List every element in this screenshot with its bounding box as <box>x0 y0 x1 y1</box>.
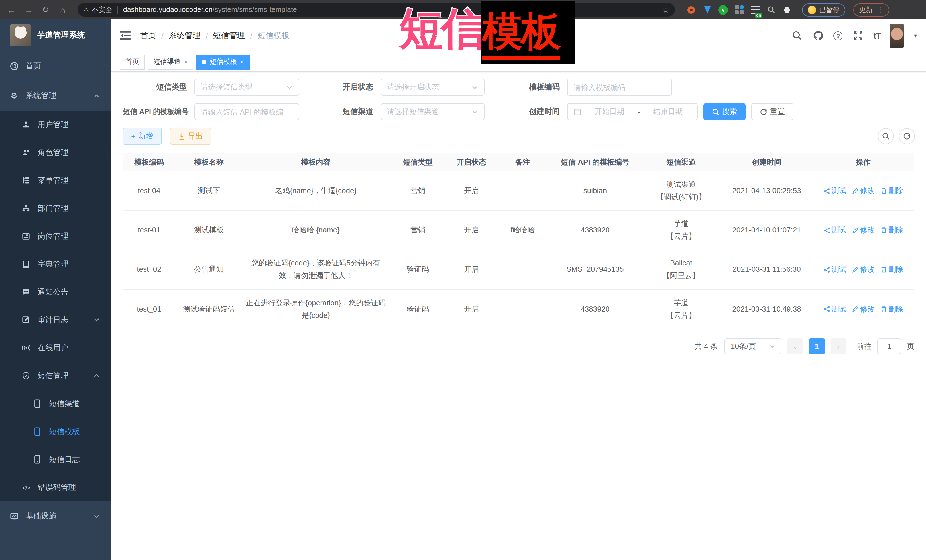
tab-close-icon[interactable]: × <box>241 59 244 65</box>
cell-actions: 测试 修改 删除 <box>812 290 914 329</box>
extension-list-icon[interactable]: on <box>750 5 760 15</box>
sidebar-item-sms[interactable]: 短信管理 <box>0 362 111 389</box>
header-search-icon[interactable] <box>791 30 803 41</box>
cell-api-id: suibian <box>549 171 641 210</box>
test-link[interactable]: 测试 <box>823 303 846 315</box>
total-count: 共 4 条 <box>694 341 718 352</box>
sidebar-item-notices[interactable]: 通知公告 <box>0 278 111 306</box>
extension-search-icon[interactable] <box>766 5 776 15</box>
tab-sms-template[interactable]: 短信模板 × <box>196 54 250 69</box>
date-range-picker[interactable]: 开始日期 - 结束日期 <box>567 103 698 120</box>
profile-paused-chip[interactable]: 已暂停 <box>802 3 845 16</box>
sidebar-item-posts[interactable]: 岗位管理 <box>0 222 111 250</box>
sidebar-item-departments[interactable]: 部门管理 <box>0 194 111 222</box>
tab-close-icon[interactable]: × <box>184 59 188 65</box>
col-header-actions: 操作 <box>812 153 914 171</box>
template-code-input[interactable] <box>567 78 672 96</box>
edit-link[interactable]: 修改 <box>852 264 875 276</box>
end-date-placeholder[interactable]: 结束日期 <box>645 107 691 117</box>
delete-link[interactable]: 删除 <box>881 303 903 315</box>
sidebar-item-home[interactable]: 首页 <box>0 51 111 81</box>
breadcrumb-sms[interactable]: 短信管理 <box>213 30 245 41</box>
sidebar-collapse-icon[interactable] <box>120 30 131 41</box>
goto-page-input[interactable] <box>877 338 901 354</box>
edit-link[interactable]: 修改 <box>852 224 875 236</box>
font-size-icon[interactable]: tT <box>873 31 881 41</box>
sidebar-item-error-codes[interactable]: </> 错误码管理 <box>0 473 111 501</box>
avatar-caret-icon[interactable]: ▾ <box>914 32 917 39</box>
browser-menu-kebab-icon[interactable]: ⋮ <box>877 6 884 14</box>
browser-reload-icon[interactable]: ↻ <box>39 3 53 17</box>
sidebar-item-roles[interactable]: 角色管理 <box>0 139 111 166</box>
page-size-select[interactable]: 10条/页 <box>725 338 781 354</box>
edit-link[interactable]: 修改 <box>852 303 875 315</box>
table-header-row: 模板编码 模板名称 模板内容 短信类型 开启状态 备注 短信 API 的模板编号… <box>123 153 914 171</box>
api-template-id-input[interactable] <box>194 103 299 120</box>
breadcrumb-home[interactable]: 首页 <box>140 30 156 41</box>
extension-ring-icon[interactable] <box>686 5 696 15</box>
tab-label: 短信模板 <box>210 57 237 66</box>
next-page-button[interactable]: › <box>831 338 846 354</box>
browser-forward-icon[interactable]: → <box>22 3 35 17</box>
page-1-button[interactable]: 1 <box>809 338 825 354</box>
export-button[interactable]: 导出 <box>169 128 211 145</box>
help-icon[interactable]: ? <box>834 31 843 40</box>
create-time-label: 创建时间 <box>484 107 567 117</box>
tab-sms-channel[interactable]: 短信渠道 × <box>148 54 193 69</box>
sidebar-item-label: 在线用户 <box>38 343 68 353</box>
github-icon[interactable] <box>813 30 824 41</box>
sidebar-item-menus[interactable]: 菜单管理 <box>0 166 111 194</box>
app-logo-row[interactable]: 芋道管理系统 <box>0 20 111 51</box>
extension-pin-icon[interactable] <box>702 5 712 15</box>
browser-back-icon[interactable]: ← <box>5 3 18 17</box>
show-search-toggle-button[interactable] <box>878 128 894 144</box>
test-link[interactable]: 测试 <box>823 224 846 236</box>
sidebar-item-label: 角色管理 <box>38 147 68 157</box>
breadcrumb-system[interactable]: 系统管理 <box>169 30 201 41</box>
extension-y-icon[interactable]: y <box>718 5 728 15</box>
test-link[interactable]: 测试 <box>823 184 846 197</box>
cell-status: 开启 <box>446 250 496 290</box>
system-submenu: 用户管理 角色管理 菜单管理 部门管理 岗位管理 <box>0 110 111 501</box>
bookmark-star-icon[interactable]: ☆ <box>663 5 669 14</box>
tab-home[interactable]: 首页 <box>120 54 145 69</box>
browser-home-icon[interactable]: ⌂ <box>56 3 70 17</box>
insecure-warning-icon: ⚠ <box>83 6 89 14</box>
sidebar-item-online-users[interactable]: 在线用户 <box>0 334 111 362</box>
api-template-id-field[interactable] <box>201 107 293 116</box>
start-date-placeholder[interactable]: 开始日期 <box>586 107 633 117</box>
prev-page-button[interactable]: ‹ <box>787 338 803 354</box>
security-label[interactable]: 不安全 <box>92 5 112 15</box>
sidebar-item-system[interactable]: ⚙ 系统管理 <box>0 81 111 110</box>
extension-grid-icon[interactable] <box>734 5 744 15</box>
edit-link[interactable]: 修改 <box>852 184 875 197</box>
template-code-field[interactable] <box>573 83 666 91</box>
channel-select[interactable]: 请选择短信渠道 <box>381 103 484 120</box>
shield-check-icon <box>21 371 31 380</box>
delete-link[interactable]: 删除 <box>881 264 903 276</box>
sidebar-item-sms-channel[interactable]: 短信渠道 <box>0 389 111 418</box>
refresh-button[interactable] <box>899 128 915 144</box>
chevron-up-icon <box>94 92 100 99</box>
reset-button[interactable]: 重置 <box>751 103 793 120</box>
sidebar-item-audit-log[interactable]: 审计日志 <box>0 306 111 334</box>
sidebar-item-users[interactable]: 用户管理 <box>0 110 111 139</box>
user-avatar[interactable] <box>890 24 904 48</box>
fullscreen-icon[interactable] <box>852 30 864 41</box>
add-button[interactable]: + 新增 <box>123 128 162 145</box>
sidebar-item-dictionary[interactable]: 字典管理 <box>0 250 111 278</box>
test-link[interactable]: 测试 <box>823 264 846 276</box>
extensions-puzzle-icon[interactable]: ⬣ <box>782 5 792 15</box>
address-bar[interactable]: ⚠ 不安全 dashboard.yudao.iocoder.cn /system… <box>77 3 675 17</box>
delete-link[interactable]: 删除 <box>881 224 903 236</box>
search-button[interactable]: 搜索 <box>704 103 746 120</box>
delete-link[interactable]: 删除 <box>881 184 903 197</box>
sidebar-item-infrastructure[interactable]: 基础设施 <box>0 501 111 531</box>
sidebar-item-sms-template[interactable]: 短信模板 <box>0 418 111 445</box>
chevron-down-icon <box>94 513 100 519</box>
status-select[interactable]: 请选择开启状态 <box>381 78 484 96</box>
tab-label: 首页 <box>126 57 139 66</box>
sidebar-item-sms-log[interactable]: 短信日志 <box>0 445 111 473</box>
sms-type-select[interactable]: 请选择短信类型 <box>194 78 299 96</box>
browser-update-button[interactable]: 更新 ⋮ <box>853 3 889 16</box>
